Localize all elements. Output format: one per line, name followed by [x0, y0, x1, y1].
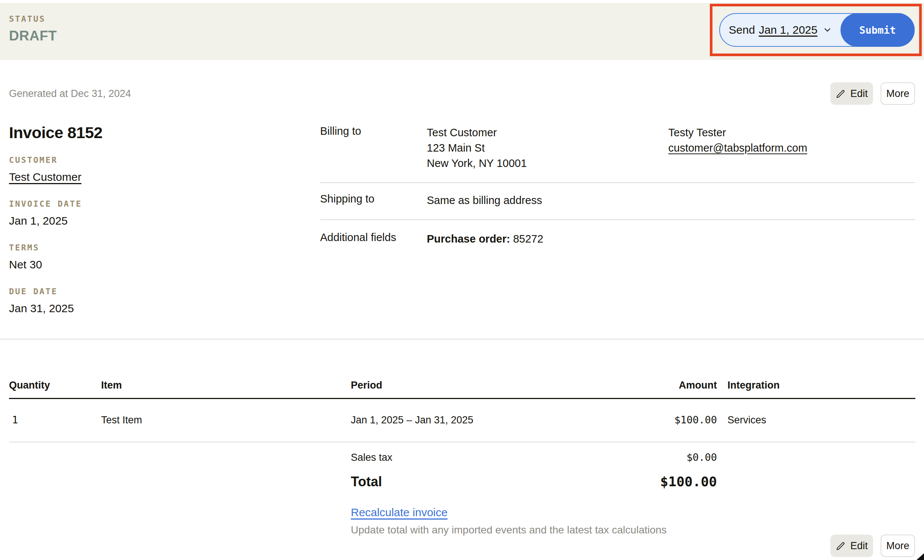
billing-address-line: New York, NY 10001 [427, 156, 668, 171]
status-value: DRAFT [9, 28, 57, 44]
billing-address: Test Customer 123 Main St New York, NY 1… [427, 125, 668, 171]
pencil-icon [836, 541, 846, 551]
total-label: Total [351, 474, 633, 490]
table-header-row: Quantity Item Period Amount Integration [9, 380, 915, 399]
edit-button-label: Edit [850, 540, 868, 552]
total-row: Total $100.00 [9, 463, 915, 490]
column-header-item: Item [101, 380, 351, 398]
table-row: 1 Test Item Jan 1, 2025 – Jan 31, 2025 $… [9, 399, 915, 426]
edit-button-label: Edit [850, 88, 868, 100]
cell-item: Test Item [101, 415, 351, 426]
send-prefix-label: Send [729, 24, 755, 36]
additional-fields-row: Additional fields Purchase order: 85272 [320, 219, 915, 250]
annotation-highlight-box: Send Jan 1, 2025 Submit [710, 4, 922, 56]
invoice-details: Billing to Test Customer 123 Main St New… [320, 121, 915, 250]
billing-address-line: 123 Main St [427, 140, 668, 156]
status-block: STATUS DRAFT [9, 14, 57, 44]
more-button[interactable]: More [880, 82, 915, 105]
sales-tax-label: Sales tax [351, 452, 633, 463]
contact-email-link[interactable]: customer@tabsplatform.com [668, 142, 807, 154]
invoice-detail-page: STATUS DRAFT Send Jan 1, 2025 Submit Gen… [0, 0, 924, 560]
due-date-value: Jan 31, 2025 [9, 302, 301, 315]
send-date-dropdown[interactable]: Send Jan 1, 2025 [720, 14, 841, 46]
send-date-value[interactable]: Jan 1, 2025 [759, 24, 818, 36]
mouse-cursor [914, 553, 924, 560]
edit-button-bottom[interactable]: Edit [830, 535, 873, 557]
section-divider [0, 339, 924, 340]
terms-label: TERMS [9, 243, 301, 252]
purchase-order: Purchase order: 85272 [427, 231, 668, 247]
shipping-to-label: Shipping to [320, 193, 427, 208]
contact-name: Testy Tester [668, 125, 915, 140]
more-button-label: More [886, 88, 909, 100]
total-amount: $100.00 [633, 474, 717, 489]
customer-value: Test Customer [9, 171, 301, 183]
purchase-order-label: Purchase order: [427, 233, 510, 245]
cell-period: Jan 1, 2025 – Jan 31, 2025 [351, 415, 633, 426]
cell-quantity: 1 [9, 414, 101, 425]
additional-fields-label: Additional fields [320, 231, 427, 247]
generated-at-text: Generated at Dec 31, 2024 [9, 88, 131, 100]
invoice-summary: Invoice 8152 CUSTOMER Test Customer INVO… [9, 124, 301, 315]
terms-value: Net 30 [9, 258, 301, 271]
column-header-integration: Integration [717, 380, 915, 398]
footer-buttons: Edit More [830, 535, 915, 557]
submit-button[interactable]: Submit [840, 13, 915, 47]
billing-to-label: Billing to [320, 125, 427, 171]
cell-integration: Services [717, 415, 915, 426]
recalculate-block: Recalculate invoice Update total with an… [351, 506, 915, 536]
toolbar-row: Generated at Dec 31, 2024 Edit More [9, 82, 915, 106]
send-submit-control: Send Jan 1, 2025 Submit [719, 13, 915, 47]
recalculate-invoice-link[interactable]: Recalculate invoice [351, 506, 447, 518]
sales-tax-amount: $0.00 [633, 451, 717, 463]
cell-amount: $100.00 [633, 414, 717, 425]
due-date-label: DUE DATE [9, 287, 301, 296]
status-label: STATUS [9, 14, 57, 24]
column-header-period: Period [351, 380, 633, 398]
status-header-band: STATUS DRAFT Send Jan 1, 2025 Submit [0, 3, 924, 60]
sales-tax-row: Sales tax $0.00 [9, 442, 915, 463]
billing-contact: Testy Tester customer@tabsplatform.com [668, 125, 915, 171]
billing-address-line: Test Customer [427, 125, 668, 140]
shipping-row: Shipping to Same as billing address [320, 182, 915, 219]
customer-label: CUSTOMER [9, 155, 301, 165]
pencil-icon [836, 89, 846, 99]
page-title: Invoice 8152 [9, 124, 301, 142]
column-header-quantity: Quantity [9, 380, 101, 398]
customer-link[interactable]: Test Customer [9, 171, 81, 183]
purchase-order-value: 85272 [513, 233, 543, 245]
toolbar-buttons: Edit More [830, 82, 915, 105]
more-button-label: More [886, 540, 909, 552]
invoice-date-value: Jan 1, 2025 [9, 214, 301, 227]
shipping-value: Same as billing address [427, 193, 668, 208]
chevron-down-icon [822, 25, 832, 35]
invoice-date-label: INVOICE DATE [9, 199, 301, 208]
edit-button[interactable]: Edit [830, 82, 873, 105]
billing-row: Billing to Test Customer 123 Main St New… [320, 121, 915, 182]
more-button-bottom[interactable]: More [880, 535, 915, 557]
column-header-amount: Amount [633, 380, 717, 398]
line-items-table: Quantity Item Period Amount Integration … [9, 380, 915, 536]
